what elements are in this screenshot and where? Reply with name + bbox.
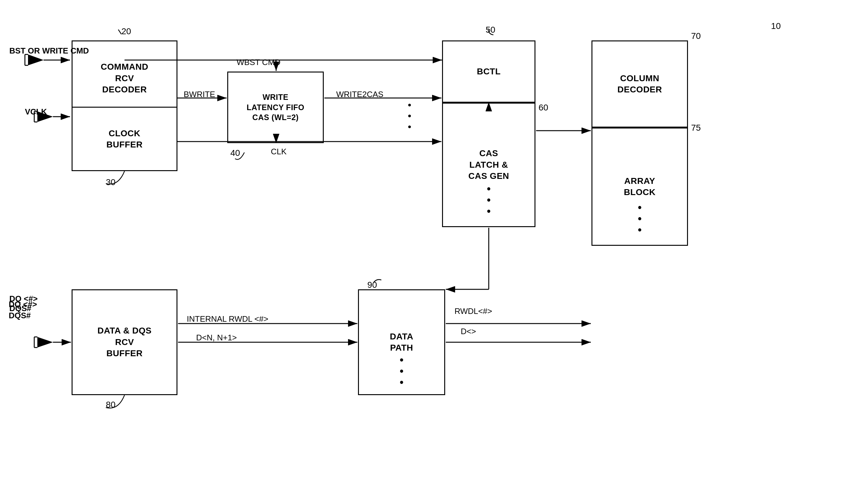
cas-dots: ••• bbox=[443, 183, 534, 217]
bwrite-label: BWRITE bbox=[184, 90, 215, 99]
command-rcv-decoder-label: COMMAND RCV DECODER bbox=[101, 61, 148, 95]
wbst-cmd-label: WBST CMD bbox=[236, 57, 280, 67]
bctl-block: BCTL bbox=[442, 40, 535, 103]
cas-latch-block: CAS LATCH & CAS GEN ••• bbox=[442, 103, 535, 227]
ref-30: 30 bbox=[106, 177, 116, 187]
datapath-dots: ••• bbox=[359, 354, 444, 388]
write2cas-dots: ••• bbox=[408, 100, 411, 132]
array-block-label: ARRAY BLOCK bbox=[624, 176, 655, 198]
command-rcv-decoder-block: COMMAND RCV DECODER CLOCK BUFFER bbox=[72, 40, 177, 171]
write-latency-fifo-label: WRITE LATENCY FIFO CAS (WL=2) bbox=[247, 92, 304, 123]
ref-40: 40 bbox=[230, 148, 240, 158]
column-decoder-label: COLUMN DECODER bbox=[617, 73, 662, 95]
bst-write-cmd-label: BST OR WRITE CMD bbox=[9, 46, 89, 56]
ref-70: 70 bbox=[691, 31, 701, 41]
ref-20: 20 bbox=[121, 26, 131, 36]
data-path-label: DATA PATH bbox=[390, 331, 414, 354]
clk-label: CLK bbox=[271, 147, 287, 157]
svg-line-31 bbox=[118, 30, 121, 34]
array-dots: ••• bbox=[592, 202, 687, 235]
array-block-block: ARRAY BLOCK ••• bbox=[592, 128, 688, 246]
cas-latch-label: CAS LATCH & CAS GEN bbox=[468, 148, 509, 182]
ref-90: 90 bbox=[367, 280, 377, 290]
ref-60: 60 bbox=[539, 103, 548, 113]
data-dqs-label: DATA & DQS RCV BUFFER bbox=[98, 325, 152, 359]
internal-rwdl-label: INTERNAL RWDL <#> bbox=[187, 314, 268, 324]
column-decoder-block: COLUMN DECODER bbox=[592, 40, 688, 128]
d-label: D<> bbox=[461, 327, 476, 336]
ref-80: 80 bbox=[106, 400, 116, 410]
block-divider bbox=[72, 107, 176, 108]
rwdl-label: RWDL<#> bbox=[455, 306, 492, 316]
dq-dqs-input-label: DQ <#>DQS# bbox=[9, 299, 37, 321]
ref-10: 10 bbox=[771, 21, 781, 31]
data-path-block: DATA PATH ••• bbox=[358, 289, 445, 395]
ref-50: 50 bbox=[486, 25, 495, 35]
bctl-label: BCTL bbox=[477, 66, 501, 77]
write-latency-fifo-block: WRITE LATENCY FIFO CAS (WL=2) bbox=[227, 72, 324, 143]
svg-marker-23 bbox=[37, 337, 53, 347]
clock-buffer-label: CLOCK BUFFER bbox=[106, 128, 143, 150]
svg-marker-3 bbox=[28, 54, 43, 65]
ref-75: 75 bbox=[691, 123, 701, 133]
vclk-label: VCLK bbox=[25, 107, 47, 117]
write2cas-label: WRITE2CAS bbox=[336, 90, 384, 99]
d-n-label: D<N, N+1> bbox=[196, 333, 237, 343]
data-dqs-block: DATA & DQS RCV BUFFER bbox=[72, 289, 177, 395]
